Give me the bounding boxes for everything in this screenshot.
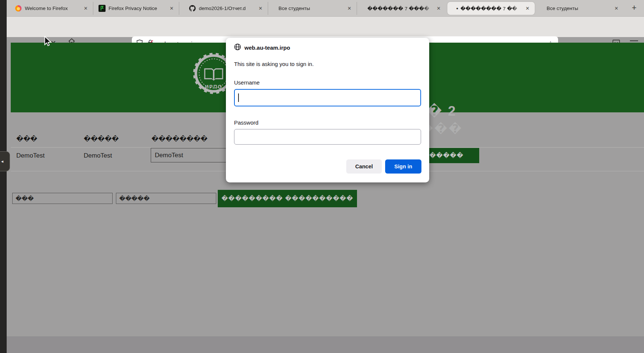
cancel-button[interactable]: Cancel	[346, 159, 382, 174]
banner-heading-line1: � 2	[427, 103, 457, 119]
tab-github-report[interactable]: demo2026-1/Отчет.d ✕	[184, 2, 268, 15]
row-cell-group: DemoTest	[84, 152, 112, 159]
password-field[interactable]	[234, 129, 421, 145]
tab-bar: Welcome to Firefox ✕ Firefox Privacy Not…	[0, 0, 644, 16]
sign-in-button[interactable]: Sign in	[385, 159, 421, 174]
close-icon[interactable]: ✕	[524, 6, 531, 11]
username-field[interactable]	[234, 89, 421, 106]
username-label: Username	[234, 79, 260, 86]
github-icon	[189, 5, 196, 12]
firefox-icon	[15, 5, 22, 12]
tab-all-students-1[interactable]: Все студенты ✕	[268, 2, 357, 15]
column-header-2: �����	[84, 135, 119, 143]
tab-welcome-to-firefox[interactable]: Welcome to Firefox ✕	[10, 2, 93, 15]
form-field-2[interactable]	[116, 193, 216, 204]
tab-title: Firefox Privacy Notice	[109, 6, 165, 11]
tab-title: �������� 7 ��	[460, 6, 521, 11]
dialog-site-title: web.au-team.irpo	[244, 44, 290, 51]
unsaved-dot: •	[456, 5, 458, 11]
flag-icon	[99, 5, 106, 12]
form-field-1[interactable]	[12, 193, 113, 204]
close-icon[interactable]: ✕	[435, 6, 442, 11]
form-submit-button[interactable]: ��������� ����������	[218, 190, 357, 207]
dialog-message: This site is asking you to sign in.	[234, 61, 314, 67]
dialog-title-row: web.au-team.irpo	[234, 43, 290, 52]
globe-icon	[234, 43, 241, 52]
bottom-band	[7, 336, 644, 353]
navigation-toolbar: ← → ✕ web.au-team.irpo ☆	[0, 16, 644, 37]
tab-all-students-2[interactable]: Все студенты ✕	[536, 2, 624, 15]
column-header-1: ���	[16, 135, 37, 143]
row-cell-name: DemoTest	[16, 152, 45, 159]
column-header-3: ��������	[151, 135, 207, 143]
tab-mojibake-7-b-active[interactable]: • �������� 7 �� ✕	[447, 2, 535, 15]
tab-title: Welcome to Firefox	[25, 6, 79, 11]
tab-title: ������� 7 ����	[367, 6, 432, 11]
close-icon[interactable]: ✕	[82, 6, 89, 11]
tab-title: Все студенты	[547, 6, 610, 11]
screen: Welcome to Firefox ✕ Firefox Privacy Not…	[0, 0, 644, 353]
screen-edge-strip	[0, 0, 7, 353]
close-icon[interactable]: ✕	[346, 6, 353, 11]
tab-title: Все студенты	[278, 6, 343, 11]
close-icon[interactable]: ✕	[168, 6, 175, 11]
svg-text:ИРПО: ИРПО	[205, 84, 223, 90]
tab-firefox-privacy-notice[interactable]: Firefox Privacy Notice ✕	[93, 2, 179, 15]
new-tab-button[interactable]: +	[632, 3, 637, 13]
chevron-left-icon: ◂	[1, 159, 3, 164]
password-label: Password	[234, 119, 258, 126]
edge-collapse-handle[interactable]: ◂	[0, 151, 10, 171]
tab-mojibake-7-a[interactable]: ������� 7 ���� ✕	[357, 2, 446, 15]
http-auth-dialog: web.au-team.irpo This site is asking you…	[226, 38, 429, 182]
close-icon[interactable]: ✕	[257, 6, 264, 11]
mouse-cursor	[44, 36, 53, 48]
close-icon[interactable]: ✕	[613, 6, 620, 11]
text-caret	[238, 93, 239, 102]
tab-title: demo2026-1/Отчет.d	[199, 6, 254, 11]
